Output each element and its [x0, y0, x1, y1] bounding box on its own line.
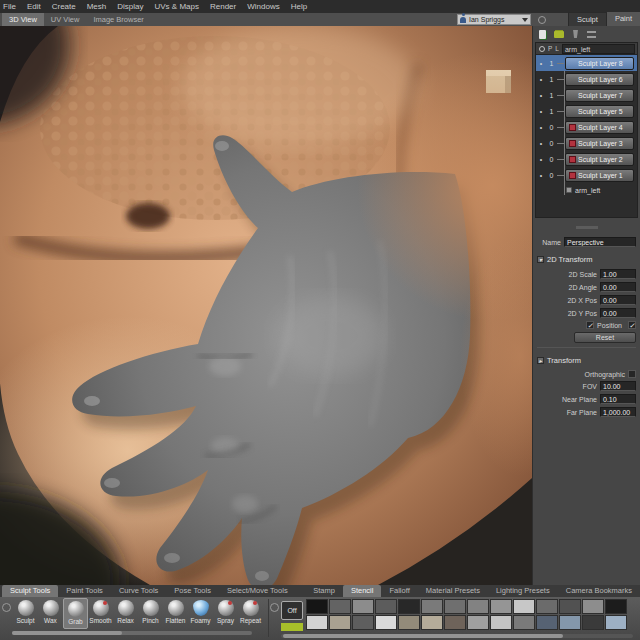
layer-row[interactable]: • 0 Sculpt Layer 2: [536, 151, 637, 167]
stencil-thumb[interactable]: [605, 615, 627, 630]
tray-tab[interactable]: Sculpt Tools: [2, 585, 58, 597]
section-toggle-icon[interactable]: ▾: [537, 256, 544, 263]
layer-chip[interactable]: Sculpt Layer 6: [565, 73, 634, 86]
layer-visibility-dot[interactable]: •: [536, 76, 546, 83]
property-value-field[interactable]: 0.00: [600, 308, 636, 318]
property-value-field[interactable]: 1.00: [600, 269, 636, 279]
layer-chip[interactable]: Sculpt Layer 3: [565, 137, 634, 150]
menu-item[interactable]: Render: [210, 2, 236, 11]
tool-button[interactable]: Sculpt: [13, 598, 38, 629]
menu-item[interactable]: Windows: [247, 2, 279, 11]
camera-name-field[interactable]: Perspective: [564, 237, 636, 247]
list-menu-icon[interactable]: [587, 31, 596, 38]
property-value-field[interactable]: 1,000.00: [600, 407, 636, 417]
menu-item[interactable]: UVs & Maps: [155, 2, 199, 11]
tray-tab[interactable]: Stamp: [305, 585, 343, 597]
orthographic-checkbox[interactable]: [628, 370, 636, 378]
tray-tab[interactable]: Lighting Presets: [488, 585, 558, 597]
layer-weight[interactable]: 1: [546, 108, 557, 115]
visibility-column-icon[interactable]: [539, 46, 545, 52]
stencil-thumb[interactable]: [559, 599, 581, 614]
position-checkbox-left[interactable]: ✓: [586, 321, 594, 329]
tray-tab[interactable]: Pose Tools: [166, 585, 219, 597]
tools-scrollbar[interactable]: [12, 631, 252, 635]
mesh-item-row[interactable]: arm_left: [536, 183, 637, 197]
stencil-thumb[interactable]: [352, 599, 374, 614]
new-layer-icon[interactable]: [539, 30, 546, 39]
stencil-thumb[interactable]: [398, 615, 420, 630]
stencil-thumb[interactable]: [375, 615, 397, 630]
stencil-thumb[interactable]: [375, 599, 397, 614]
tool-button[interactable]: Flatten: [163, 598, 188, 629]
stencil-thumb[interactable]: [444, 599, 466, 614]
stencil-thumb[interactable]: [513, 599, 535, 614]
layer-row[interactable]: • 0 Sculpt Layer 4: [536, 119, 637, 135]
stencil-off-button[interactable]: Off: [281, 601, 303, 620]
tool-button[interactable]: Foamy: [188, 598, 213, 629]
layer-weight[interactable]: 1: [546, 60, 557, 67]
stencil-thumb[interactable]: [559, 615, 581, 630]
viewport-canvas[interactable]: [0, 26, 532, 585]
tray-tab[interactable]: Select/Move Tools: [219, 585, 296, 597]
stencil-thumb[interactable]: [467, 615, 489, 630]
layer-row[interactable]: • 1 Sculpt Layer 7: [536, 87, 637, 103]
tray-scroll-left-icon[interactable]: [2, 603, 11, 612]
mesh-name-field[interactable]: arm_left: [562, 44, 635, 54]
layer-weight[interactable]: 0: [546, 156, 557, 163]
tool-button[interactable]: Wax: [38, 598, 63, 629]
section-toggle-icon[interactable]: ▸: [537, 357, 544, 364]
layer-weight[interactable]: 1: [546, 92, 557, 99]
tray-tab[interactable]: Curve Tools: [111, 585, 166, 597]
stencil-thumb[interactable]: [444, 615, 466, 630]
menu-item[interactable]: Display: [117, 2, 143, 11]
layer-visibility-dot[interactable]: •: [536, 108, 546, 115]
property-value-field[interactable]: 0.00: [600, 295, 636, 305]
tool-button[interactable]: Smooth: [88, 598, 113, 629]
stencil-scroll-left-icon[interactable]: [270, 603, 279, 612]
layer-visibility-dot[interactable]: •: [536, 140, 546, 147]
status-circle-icon[interactable]: [538, 16, 546, 24]
property-value-field[interactable]: 0.00: [600, 282, 636, 292]
position-checkbox-right[interactable]: ✓: [628, 321, 636, 329]
stencil-thumb[interactable]: [329, 615, 351, 630]
tool-button[interactable]: Repeat: [238, 598, 263, 629]
stencil-thumb[interactable]: [490, 599, 512, 614]
view-tab[interactable]: Image Browser: [86, 13, 150, 26]
panel-resize-handle[interactable]: [576, 226, 598, 229]
tool-button[interactable]: Pinch: [138, 598, 163, 629]
menu-item[interactable]: Mesh: [87, 2, 107, 11]
layer-visibility-dot[interactable]: •: [536, 156, 546, 163]
delete-layer-icon[interactable]: [572, 30, 579, 38]
user-dropdown[interactable]: Ian Spriggs: [457, 14, 531, 25]
stencil-thumb[interactable]: [490, 615, 512, 630]
layer-weight[interactable]: 0: [546, 124, 557, 131]
tool-button[interactable]: Relax: [113, 598, 138, 629]
stencil-thumb[interactable]: [605, 599, 627, 614]
stencil-thumb[interactable]: [582, 615, 604, 630]
layer-row[interactable]: • 1 Sculpt Layer 8: [536, 55, 637, 71]
layer-chip[interactable]: Sculpt Layer 5: [565, 105, 634, 118]
view-tab[interactable]: UV View: [44, 13, 87, 26]
stencil-thumb[interactable]: [329, 599, 351, 614]
view-tab[interactable]: 3D View: [2, 13, 44, 26]
layer-chip[interactable]: Sculpt Layer 8: [565, 57, 634, 70]
stencil-thumb[interactable]: [467, 599, 489, 614]
stencil-thumb[interactable]: [536, 615, 558, 630]
menu-item[interactable]: Help: [291, 2, 307, 11]
tray-tab[interactable]: Camera Bookmarks: [558, 585, 640, 597]
stencil-thumb[interactable]: [536, 599, 558, 614]
tool-button[interactable]: Grab: [63, 598, 88, 629]
layer-weight[interactable]: 1: [546, 76, 557, 83]
tray-tab[interactable]: Falloff: [381, 585, 417, 597]
layer-chip[interactable]: Sculpt Layer 1: [565, 169, 634, 182]
stencil-scroll-thumb[interactable]: [283, 634, 563, 638]
tools-scroll-thumb[interactable]: [12, 631, 122, 635]
reset-button[interactable]: Reset: [574, 332, 636, 343]
layer-chip[interactable]: Sculpt Layer 2: [565, 153, 634, 166]
menu-item[interactable]: Edit: [27, 2, 41, 11]
property-value-field[interactable]: 10.00: [600, 381, 636, 391]
stencil-thumb[interactable]: [352, 615, 374, 630]
tool-button[interactable]: Spray: [213, 598, 238, 629]
layer-row[interactable]: • 0 Sculpt Layer 1: [536, 167, 637, 183]
stencil-thumb[interactable]: [306, 599, 328, 614]
